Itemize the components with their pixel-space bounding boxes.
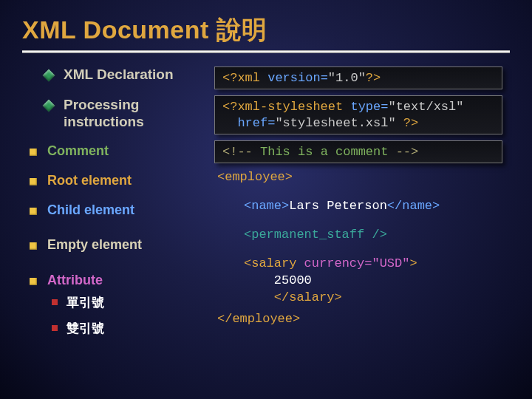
item-root-element: Root element <box>30 173 207 189</box>
content-area: XML Declaration Processing instructions … <box>22 66 510 343</box>
item-single-quote: 單引號 <box>52 294 207 311</box>
item-processing-instructions: Processing instructions <box>44 97 207 131</box>
code-salary: <salary currency="USD"> 25000 </salary> <box>214 256 502 307</box>
label-empty-element: Empty element <box>47 237 142 253</box>
item-double-quote: 雙引號 <box>52 320 207 337</box>
label-child-element: Child element <box>47 202 134 219</box>
square-icon <box>30 278 37 285</box>
code-root-open: <employee> <box>214 169 502 186</box>
item-empty-element: Empty element <box>30 237 207 253</box>
item-declaration: XML Declaration <box>44 66 207 83</box>
sub-items: 單引號 雙引號 <box>52 294 207 337</box>
square-icon <box>30 242 37 250</box>
square-icon <box>30 149 37 156</box>
square-icon <box>30 208 37 215</box>
item-attribute: Attribute <box>30 273 207 289</box>
label-double-quote: 雙引號 <box>66 320 104 337</box>
label-root-element: Root element <box>47 173 132 189</box>
code-processing-instruction: <?xml-stylesheet type="text/xsl" href="s… <box>214 95 502 134</box>
item-child-element: Child element <box>30 202 207 219</box>
code-root-close: </employee> <box>214 311 502 328</box>
label-processing-instructions: Processing instructions <box>64 97 207 131</box>
sub-bullet-icon <box>52 325 58 331</box>
page-title: XML Document 說明 <box>22 13 510 47</box>
label-declaration: XML Declaration <box>64 66 174 83</box>
code-child-element: <name>Lars Peterson</name> <box>214 198 502 215</box>
item-comment: Comment <box>30 143 207 160</box>
square-icon <box>30 178 37 185</box>
code-comment: <!-- This is a comment --> <box>214 140 502 163</box>
diamond-icon <box>43 99 55 112</box>
label-single-quote: 單引號 <box>66 294 104 311</box>
left-column: XML Declaration Processing instructions … <box>22 66 207 343</box>
slide: XML Document 說明 XML Declaration Processi… <box>0 0 532 399</box>
title-underline <box>22 50 510 53</box>
sub-bullet-icon <box>52 299 58 305</box>
right-column: <?xml version="1.0"?> <?xml-stylesheet t… <box>214 66 502 343</box>
code-empty-element: <permanent_staff /> <box>214 227 502 244</box>
code-xml-declaration: <?xml version="1.0"?> <box>214 66 502 89</box>
diamond-icon <box>43 69 55 82</box>
label-attribute: Attribute <box>47 273 103 289</box>
label-comment: Comment <box>47 143 109 160</box>
